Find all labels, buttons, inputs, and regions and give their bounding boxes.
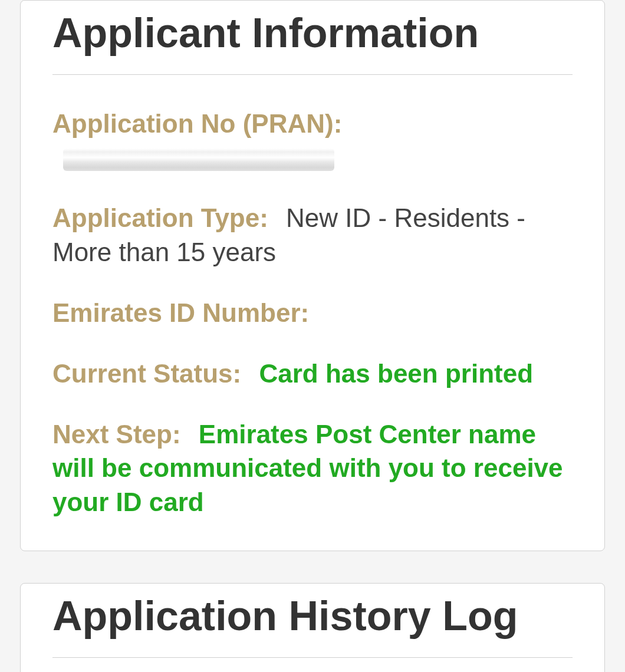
applicant-info-title: Applicant Information	[52, 9, 573, 75]
app-type-label: Application Type:	[52, 203, 268, 232]
pran-redacted-value	[63, 149, 334, 171]
status-value: Card has been printed	[259, 359, 533, 388]
eid-row: Emirates ID Number:	[52, 296, 573, 330]
history-log-title: Application History Log	[52, 592, 573, 658]
status-label: Current Status:	[52, 359, 241, 388]
applicant-info-card: Applicant Information Application No (PR…	[20, 0, 605, 551]
status-row: Current Status: Card has been printed	[52, 357, 573, 390]
next-step-row: Next Step: Emirates Post Center name wil…	[52, 417, 573, 519]
pran-label: Application No (PRAN):	[52, 109, 342, 138]
eid-label: Emirates ID Number:	[52, 298, 309, 327]
pran-row: Application No (PRAN):	[52, 107, 573, 174]
history-log-card: Application History Log	[20, 583, 605, 672]
app-type-row: Application Type: New ID - Residents - M…	[52, 201, 573, 268]
next-step-label: Next Step:	[52, 420, 181, 449]
